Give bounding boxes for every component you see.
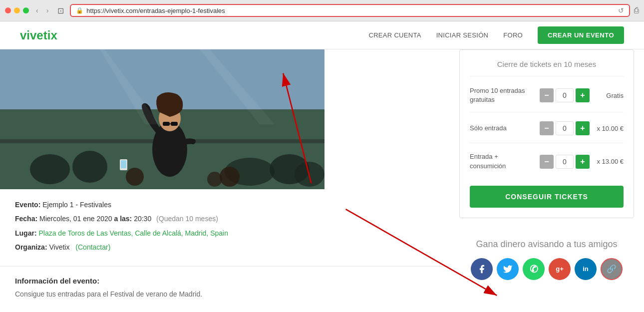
organiza-label: Organiza:	[15, 243, 47, 251]
event-info-section: Información del evento: Consigue tus ent…	[0, 267, 449, 310]
qty-value-consumicion: 0	[556, 155, 574, 169]
ticket-price-promo: Gratis	[594, 92, 624, 99]
organiza-value: Vivetix	[49, 243, 69, 251]
ticket-name-solo: Sólo entrada	[470, 124, 540, 133]
qty-minus-promo[interactable]: −	[540, 88, 554, 102]
secure-icon: 🔒	[76, 7, 83, 14]
ticket-box-title: Cierre de tickets en 10 meses	[470, 60, 624, 76]
event-info-text: Consigue tus entradas para el Festival d…	[15, 289, 434, 300]
fecha-row: Fecha: Miercoles, 01 ene 2020 a las: 20:…	[15, 213, 434, 224]
event-info-title: Información del evento:	[15, 277, 434, 285]
contactar-link[interactable]: (Contactar)	[75, 243, 110, 251]
social-icons: ✆ g+ in 🔗	[464, 258, 629, 280]
svg-point-11	[295, 162, 324, 187]
organiza-row: Organiza: Vivetix (Contactar)	[15, 242, 434, 253]
navbar: vivetix CREAR CUENTA INICIAR SESIÓN FORO…	[0, 21, 644, 49]
fecha-time: 20:30	[134, 215, 151, 223]
nav-foro[interactable]: FORO	[503, 31, 523, 39]
qty-value-solo: 0	[556, 121, 574, 135]
twitter-share-button[interactable]	[497, 258, 519, 280]
close-button[interactable]	[5, 7, 11, 13]
crear-evento-button[interactable]: CREAR UN EVENTO	[538, 26, 624, 44]
maximize-button[interactable]	[23, 7, 29, 13]
traffic-lights	[5, 7, 29, 13]
facebook-share-button[interactable]	[471, 258, 493, 280]
linkedin-share-button[interactable]: in	[575, 258, 597, 280]
link-share-button[interactable]: 🔗	[601, 258, 623, 280]
ticket-box: Cierre de tickets en 10 meses Promo 10 e…	[459, 49, 634, 218]
nav-crear-cuenta[interactable]: CREAR CUENTA	[368, 31, 421, 39]
fecha-quedan: (Quedan 10 meses)	[156, 215, 218, 223]
conseguir-tickets-button[interactable]: CONSEGUIR TICKETS	[470, 186, 624, 208]
logo-part2: tix	[43, 28, 57, 42]
browser-chrome: ‹ › ⊡ 🔒 ↺ ⎙	[0, 0, 644, 21]
ticket-qty-control-consumicion: − 0 +	[540, 155, 590, 169]
event-image-inner	[0, 49, 324, 189]
forward-button[interactable]: ›	[43, 5, 52, 15]
address-bar-container: 🔒 ↺	[70, 4, 630, 17]
svg-point-20	[207, 172, 222, 187]
logo: vivetix	[20, 28, 57, 42]
reload-button[interactable]: ↺	[618, 6, 624, 14]
svg-rect-18	[121, 160, 126, 168]
social-title: Gana dinero avisando a tus amigos	[464, 238, 629, 251]
svg-point-19	[126, 168, 144, 186]
qty-plus-promo[interactable]: +	[576, 88, 590, 102]
ticket-row-promo: Promo 10 entradas gratuitas − 0 + Gratis	[470, 86, 624, 112]
svg-point-8	[72, 151, 107, 183]
back-button[interactable]: ‹	[33, 5, 41, 15]
qty-plus-consumicion[interactable]: +	[576, 155, 590, 169]
svg-point-7	[30, 154, 70, 184]
svg-point-21	[220, 167, 240, 187]
qty-value-promo: 0	[556, 88, 574, 102]
logo-part1: vive	[20, 28, 43, 42]
ticket-name-promo: Promo 10 entradas gratuitas	[470, 86, 540, 104]
qty-minus-solo[interactable]: −	[540, 121, 554, 135]
qty-minus-consumicion[interactable]: −	[540, 155, 554, 169]
evento-label: Evento:	[15, 201, 40, 209]
fecha-label: Fecha:	[15, 215, 37, 223]
lugar-label: Lugar:	[15, 229, 37, 237]
content-wrapper: Evento: Ejemplo 1 - Festivales Fecha: Mi…	[0, 49, 644, 312]
minimize-button[interactable]	[14, 7, 20, 13]
ticket-price-consumicion: x 13.00 €	[594, 158, 624, 165]
svg-rect-15	[171, 122, 178, 126]
right-column: Cierre de tickets en 10 meses Promo 10 e…	[449, 49, 644, 312]
gplus-share-button[interactable]: g+	[549, 258, 571, 280]
ticket-name-consumicion: Entrada + consumición	[470, 152, 540, 170]
ticket-qty-control-solo: − 0 +	[540, 121, 590, 135]
social-section: Gana dinero avisando a tus amigos ✆ g+	[459, 228, 634, 290]
nav-iniciar-sesion[interactable]: INICIAR SESIÓN	[436, 31, 489, 39]
ticket-qty-control-promo: − 0 +	[540, 88, 590, 102]
qty-plus-solo[interactable]: +	[576, 121, 590, 135]
svg-rect-14	[163, 122, 170, 126]
nav-links: CREAR CUENTA INICIAR SESIÓN FORO CREAR U…	[368, 26, 624, 44]
ticket-row-consumicion: Entrada + consumición − 0 + x 13.00 €	[470, 152, 624, 178]
ticket-row-solo: Sólo entrada − 0 + x 10.00 €	[470, 121, 624, 143]
whatsapp-share-button[interactable]: ✆	[523, 258, 545, 280]
share-button[interactable]: ⎙	[634, 6, 639, 15]
event-image-svg	[0, 49, 324, 189]
address-bar-input[interactable]	[86, 7, 615, 14]
page-wrapper: Evento: Ejemplo 1 - Festivales Fecha: Mi…	[0, 49, 644, 312]
tab-icon: ⊡	[57, 6, 64, 15]
fecha-value: Miercoles, 01 ene 2020	[39, 215, 112, 223]
event-image	[0, 49, 324, 189]
evento-value: Ejemplo 1 - Festivales	[42, 201, 111, 209]
ticket-price-solo: x 10.00 €	[594, 125, 624, 132]
lugar-link[interactable]: Plaza de Toros de Las Ventas, Calle de A…	[38, 229, 228, 237]
nav-buttons: ‹ ›	[33, 5, 51, 15]
fecha-alas-label: a las:	[114, 215, 132, 223]
left-column: Evento: Ejemplo 1 - Festivales Fecha: Mi…	[0, 49, 449, 312]
event-details: Evento: Ejemplo 1 - Festivales Fecha: Mi…	[0, 189, 449, 267]
evento-row: Evento: Ejemplo 1 - Festivales	[15, 199, 434, 210]
lugar-row: Lugar: Plaza de Toros de Las Ventas, Cal…	[15, 228, 434, 239]
